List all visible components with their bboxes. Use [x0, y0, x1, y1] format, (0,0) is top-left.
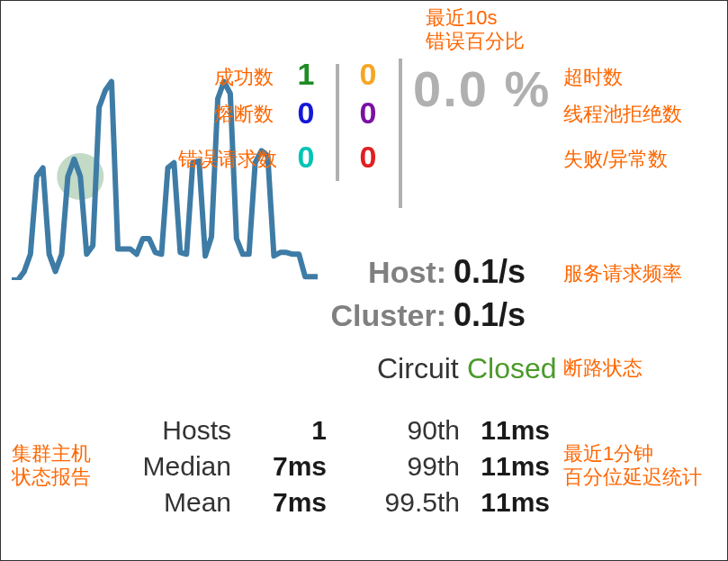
counter-separator [336, 64, 339, 181]
p90-label: 90th [343, 415, 460, 446]
circuit-label: Circuit [377, 352, 459, 385]
host-rate-value: 0.1/s [454, 253, 526, 291]
anno-circuit-state: 断路状态 [563, 357, 643, 380]
anno-latency-percentile: 最近1分钟 百分位延迟统计 [563, 442, 702, 490]
failure-value: 0 [350, 140, 386, 175]
p995-value: 11ms [469, 487, 550, 518]
short-circuit-value: 0 [288, 95, 324, 131]
anno-cluster-report: 集群主机 状态报告 [12, 442, 91, 490]
host-rate-label: Host: [289, 255, 446, 290]
mean-value: 7ms [246, 487, 327, 518]
p995-label: 99.5th [343, 487, 460, 518]
anno-success-count: 成功数 [214, 66, 274, 89]
circuit-value: Closed [467, 352, 557, 385]
error-percent: 0.0 % [413, 59, 551, 118]
anno-pool-reject: 线程池拒绝数 [563, 103, 682, 126]
cluster-rate-label: Cluster: [289, 298, 446, 333]
p99-value: 11ms [469, 451, 550, 482]
success-value: 1 [288, 57, 324, 92]
timeout-value: 0 [350, 57, 386, 92]
pool-reject-value: 0 [350, 95, 386, 131]
pct-separator [399, 59, 402, 208]
cluster-rate-value: 0.1/s [454, 296, 526, 334]
anno-request-rate: 服务请求频率 [563, 262, 682, 285]
anno-recent-error-pct: 最近10s 错误百分比 [426, 6, 525, 54]
hosts-value: 1 [246, 415, 327, 446]
anno-bad-request: 错误请求数 [178, 148, 277, 171]
p90-value: 11ms [469, 415, 550, 446]
anno-short-circuit: 熔断数 [214, 103, 274, 126]
median-value: 7ms [246, 451, 327, 482]
median-label: Median [100, 451, 231, 482]
bad-request-value: 0 [288, 140, 324, 175]
anno-timeout: 超时数 [563, 66, 623, 89]
hosts-label: Hosts [100, 415, 231, 446]
p99-label: 99th [343, 451, 460, 482]
anno-failure: 失败/异常数 [563, 148, 668, 171]
mean-label: Mean [100, 487, 231, 518]
